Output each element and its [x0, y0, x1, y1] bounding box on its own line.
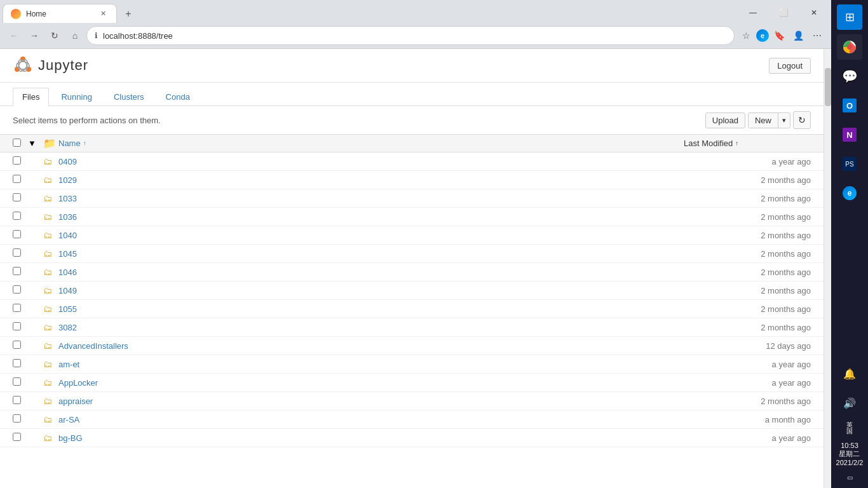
file-modified: a year ago	[684, 157, 811, 166]
forward-button[interactable]: →	[25, 27, 43, 44]
file-name-link[interactable]: 1046	[58, 268, 77, 277]
file-name-link[interactable]: 3082	[58, 323, 77, 332]
file-name-link[interactable]: am-et	[58, 360, 79, 369]
home-button[interactable]: ⌂	[66, 27, 84, 44]
row-checkbox-5[interactable]	[13, 248, 21, 257]
lock-icon: ℹ	[95, 31, 98, 40]
close-button[interactable]: ✕	[799, 3, 829, 23]
taskbar-language[interactable]: 英 国	[837, 419, 862, 437]
row-checkbox-8[interactable]	[13, 304, 21, 312]
logout-button[interactable]: Logout	[769, 58, 811, 74]
new-tab-button[interactable]: +	[119, 5, 137, 23]
url-bar[interactable]: ℹ localhost:8888/tree	[86, 26, 735, 45]
row-checkbox-6[interactable]	[13, 267, 21, 275]
page-content: Jupyter Logout Files Running Clusters Co…	[0, 49, 824, 488]
table-row: 🗂 1049 2 months ago	[0, 281, 824, 300]
file-name-link[interactable]: 1049	[58, 286, 77, 295]
taskbar-icon-onenote[interactable]: N	[837, 122, 862, 147]
collections-button[interactable]: 🔖	[770, 27, 788, 44]
folder-icon: 🗂	[43, 267, 52, 277]
taskbar-icon-edge[interactable]: e	[837, 180, 862, 206]
folder-icon: 🗂	[43, 212, 52, 222]
row-checkbox-10[interactable]	[13, 341, 21, 349]
folder-icon: 🗂	[43, 414, 52, 424]
row-checkbox-14[interactable]	[13, 414, 21, 423]
file-name-link[interactable]: 1045	[58, 249, 77, 259]
file-modified: a year ago	[684, 433, 811, 443]
show-desktop-button[interactable]: ▭	[837, 471, 862, 484]
row-checkbox-1[interactable]	[13, 175, 21, 183]
table-row: 🗂 1029 2 months ago	[0, 171, 824, 189]
taskbar-icon-outlook[interactable]: O	[837, 93, 862, 118]
row-checkbox-11[interactable]	[13, 359, 21, 367]
taskbar-icon-chrome[interactable]	[837, 34, 862, 60]
file-modified: 2 months ago	[684, 286, 811, 295]
file-modified: a month ago	[684, 415, 811, 424]
new-dropdown-arrow[interactable]: ▾	[778, 114, 790, 127]
toolbar-actions: Upload New ▾ ↻	[705, 111, 811, 129]
tab-running[interactable]: Running	[51, 88, 101, 105]
name-sort-header[interactable]: Name ↑	[58, 139, 684, 148]
taskbar-volume[interactable]: 🔊	[837, 390, 862, 416]
file-name-link[interactable]: AppLocker	[58, 378, 98, 388]
tab-files[interactable]: Files	[13, 88, 49, 106]
bookmark-star-button[interactable]: ☆	[737, 27, 755, 44]
file-rows-container: 🗂 0409 a year ago 🗂 1029 2 months ago 🗂 …	[0, 152, 824, 447]
modified-sort-header[interactable]: Last Modified ↑	[684, 139, 811, 148]
tab-clusters[interactable]: Clusters	[104, 88, 154, 105]
minimize-button[interactable]: —	[738, 3, 768, 23]
folder-icon: 🗂	[43, 230, 52, 240]
start-button[interactable]: ⊞	[837, 4, 862, 30]
taskbar-date: 2021/2/2	[836, 459, 864, 466]
upload-button[interactable]: Upload	[705, 112, 745, 128]
row-checkbox-9[interactable]	[13, 322, 21, 330]
profile-button[interactable]: 👤	[789, 27, 807, 44]
new-button[interactable]: New	[749, 113, 778, 128]
file-name-link[interactable]: 1055	[58, 304, 77, 314]
file-name-link[interactable]: bg-BG	[58, 433, 83, 443]
tab-conda[interactable]: Conda	[156, 88, 200, 105]
file-modified: 2 months ago	[684, 175, 811, 185]
file-modified: 2 months ago	[684, 194, 811, 203]
row-checkbox-7[interactable]	[13, 285, 21, 294]
folder-icon: 🗂	[43, 341, 52, 351]
edge-icon: e	[756, 29, 769, 42]
scrollbar-thumb[interactable]	[825, 68, 831, 106]
select-all-checkbox[interactable]	[13, 139, 21, 147]
row-checkbox-13[interactable]	[13, 396, 21, 404]
taskbar-notification[interactable]: 🔔	[837, 361, 862, 386]
tab-close-button[interactable]: ✕	[97, 8, 109, 20]
back-button[interactable]: ←	[5, 27, 23, 44]
row-checkbox-2[interactable]	[13, 193, 21, 201]
row-checkbox-3[interactable]	[13, 212, 21, 220]
taskbar-icon-terminal[interactable]: PS	[837, 151, 862, 177]
table-row: 🗂 AppLocker a year ago	[0, 374, 824, 392]
row-checkbox-4[interactable]	[13, 230, 21, 238]
file-name-link[interactable]: 1040	[58, 231, 77, 240]
file-modified: 2 months ago	[684, 396, 811, 406]
maximize-button[interactable]: ⬜	[769, 3, 798, 23]
file-name-link[interactable]: 1036	[58, 212, 77, 222]
file-name-link[interactable]: appraiser	[58, 396, 93, 406]
row-checkbox-12[interactable]	[13, 377, 21, 386]
file-modified: a year ago	[684, 378, 811, 388]
taskbar-icon-wechat[interactable]: 💬	[837, 64, 862, 89]
file-name-link[interactable]: 1033	[58, 194, 77, 203]
url-text: localhost:8888/tree	[103, 31, 726, 41]
refresh-button[interactable]: ↻	[793, 111, 811, 129]
file-name-link[interactable]: 1029	[58, 175, 77, 185]
reload-button[interactable]: ↻	[46, 27, 64, 44]
file-modified: a year ago	[684, 360, 811, 369]
row-checkbox-0[interactable]	[13, 156, 21, 165]
file-name-link[interactable]: 0409	[58, 157, 77, 166]
address-bar: ← → ↻ ⌂ ℹ localhost:8888/tree ☆ e 🔖 👤 ⋯	[0, 23, 831, 48]
table-row: 🗂 appraiser 2 months ago	[0, 392, 824, 410]
page-scrollbar[interactable]	[824, 49, 831, 488]
tab-strip: Home ✕ + — ⬜ ✕	[0, 0, 831, 23]
table-row: 🗂 0409 a year ago	[0, 152, 824, 171]
settings-button[interactable]: ⋯	[808, 27, 826, 44]
row-checkbox-15[interactable]	[13, 433, 21, 441]
file-name-link[interactable]: AdvancedInstallers	[58, 341, 128, 351]
browser-tab-home[interactable]: Home ✕	[3, 4, 117, 23]
file-name-link[interactable]: ar-SA	[58, 415, 79, 424]
